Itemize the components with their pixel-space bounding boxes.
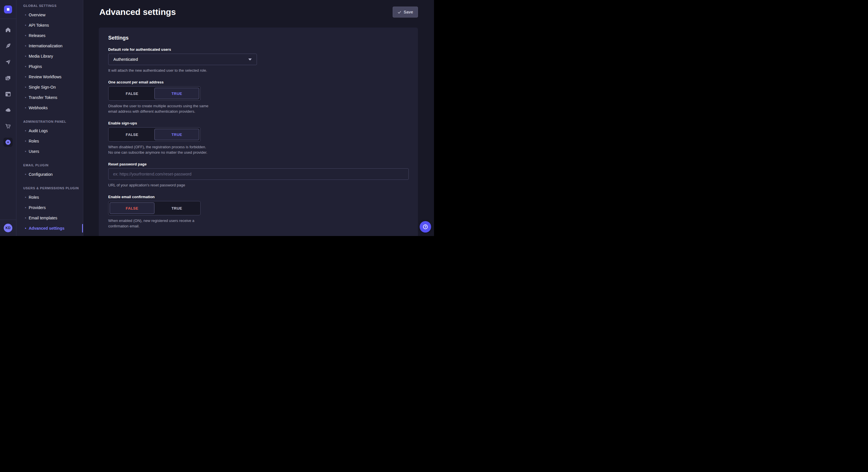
redirection-url-label: Redirection url (108, 236, 409, 236)
settings-sidebar: GLOBAL SETTINGS Overview API Tokens Rele… (17, 0, 83, 236)
one-account-toggle: FALSE TRUE (108, 86, 200, 101)
enable-signups-toggle: FALSE TRUE (108, 127, 200, 142)
content-type-builder-button[interactable] (3, 90, 12, 99)
bullet-icon (25, 14, 26, 15)
user-avatar[interactable]: KD (4, 224, 12, 232)
save-button-label: Save (404, 10, 413, 14)
field-reset-password: Reset password page URL of your applicat… (108, 162, 409, 188)
sidebar-item-api-tokens[interactable]: API Tokens (17, 20, 83, 30)
email-confirmation-false-option[interactable]: FALSE (110, 202, 154, 214)
cloud-button[interactable] (3, 105, 12, 115)
sidebar-item-label: Review Workflows (29, 74, 61, 79)
enable-signups-label: Enable sign-ups (108, 121, 409, 125)
default-role-label: Default role for authenticated users (108, 47, 409, 52)
sidebar-item-up-roles[interactable]: Roles (17, 192, 83, 202)
deploy-button[interactable] (3, 57, 12, 67)
chevron-down-icon (248, 59, 252, 61)
sidebar-item-label: Internationalization (29, 43, 63, 48)
sidebar-item-email-templates[interactable]: Email templates (17, 213, 83, 223)
sidebar-item-review-workflows[interactable]: Review Workflows (17, 72, 83, 82)
sidebar-item-transfer-tokens[interactable]: Transfer Tokens (17, 92, 83, 103)
media-library-icon (5, 75, 11, 81)
field-one-account: One account per email address FALSE TRUE… (108, 80, 409, 114)
one-account-true-option[interactable]: TRUE (154, 88, 199, 99)
sidebar-item-label: Plugins (29, 64, 42, 69)
nav-section-global-settings: GLOBAL SETTINGS Overview API Tokens Rele… (17, 4, 83, 113)
sidebar-item-admin-roles[interactable]: Roles (17, 136, 83, 146)
sidebar-item-single-sign-on[interactable]: Single Sign-On (17, 82, 83, 92)
sidebar-item-internationalization[interactable]: Internationalization (17, 41, 83, 51)
bullet-icon (25, 25, 26, 26)
default-role-hint: It will attach the new authenticated use… (108, 68, 409, 73)
page-title: Advanced settings (99, 6, 176, 18)
bullet-icon (25, 76, 26, 77)
default-role-value: Authenticated (113, 57, 138, 62)
sidebar-item-label: Roles (29, 195, 39, 200)
settings-button[interactable] (3, 138, 12, 147)
sidebar-item-providers[interactable]: Providers (17, 202, 83, 213)
enable-signups-true-option[interactable]: TRUE (154, 129, 199, 140)
field-enable-signups: Enable sign-ups FALSE TRUE When disabled… (108, 121, 409, 155)
check-icon (398, 10, 401, 14)
media-library-button[interactable] (3, 73, 12, 82)
default-role-select[interactable]: Authenticated (108, 54, 257, 65)
one-account-label: One account per email address (108, 80, 409, 84)
bullet-icon (25, 217, 26, 218)
rail-bottom: KD (0, 220, 16, 236)
nav-section-email-plugin: EMAIL PLUGIN Configuration (17, 164, 83, 179)
sidebar-item-overview[interactable]: Overview (17, 10, 83, 20)
cloud-icon (5, 107, 11, 113)
help-button[interactable]: ? (420, 221, 431, 233)
bullet-icon (25, 87, 26, 88)
bullet-icon (25, 197, 26, 198)
enable-signups-false-option[interactable]: FALSE (110, 129, 154, 140)
section-heading: GLOBAL SETTINGS (17, 4, 83, 7)
content-manager-button[interactable] (3, 41, 12, 50)
sidebar-item-label: Roles (29, 139, 39, 143)
email-confirmation-true-option[interactable]: TRUE (154, 202, 199, 214)
sidebar-item-media-library[interactable]: Media Library (17, 51, 83, 61)
bullet-icon (25, 35, 26, 36)
sidebar-item-label: Webhooks (29, 105, 48, 110)
feather-icon (5, 43, 11, 49)
sidebar-item-webhooks[interactable]: Webhooks (17, 103, 83, 113)
bullet-icon (25, 97, 26, 98)
marketplace-button[interactable] (3, 122, 12, 131)
sidebar-item-advanced-settings[interactable]: Advanced settings (17, 223, 83, 233)
strapi-logo[interactable] (4, 5, 12, 13)
field-redirection-url: Redirection url (108, 236, 409, 236)
sidebar-item-label: Users (29, 149, 39, 154)
nav-section-users-permissions-plugin: USERS & PERMISSIONS PLUGIN Roles Provide… (17, 187, 83, 233)
section-heading: EMAIL PLUGIN (17, 164, 83, 167)
sidebar-item-plugins[interactable]: Plugins (17, 61, 83, 72)
bullet-icon (25, 66, 26, 67)
bullet-icon (25, 107, 26, 108)
sidebar-item-releases[interactable]: Releases (17, 30, 83, 41)
sidebar-item-label: Advanced settings (29, 226, 64, 231)
one-account-false-option[interactable]: FALSE (110, 88, 154, 99)
sidebar-item-audit-logs[interactable]: Audit Logs (17, 126, 83, 136)
svg-text:?: ? (425, 225, 427, 229)
sidebar-item-label: Providers (29, 205, 45, 210)
reset-password-input[interactable] (108, 168, 409, 180)
bullet-icon (25, 207, 26, 208)
sidebar-item-label: Transfer Tokens (29, 95, 57, 100)
rail-icon-list (0, 19, 16, 220)
page-header: Advanced settings Save (83, 0, 434, 18)
main-content: Advanced settings Save Settings Default … (83, 0, 434, 236)
email-confirmation-hint: When enabled (ON), new registered users … (108, 218, 209, 229)
sidebar-item-label: Media Library (29, 54, 53, 59)
bullet-icon (25, 130, 26, 131)
settings-gear-icon (5, 139, 11, 145)
section-heading: ADMINISTRATION PANEL (17, 120, 83, 123)
bullet-icon (25, 174, 26, 175)
home-button[interactable] (3, 25, 12, 34)
sidebar-item-admin-users[interactable]: Users (17, 146, 83, 157)
save-button[interactable]: Save (393, 7, 418, 18)
layout-icon (5, 91, 11, 97)
sidebar-item-label: Single Sign-On (29, 85, 56, 90)
sidebar-item-email-configuration[interactable]: Configuration (17, 169, 83, 179)
reset-password-label: Reset password page (108, 162, 409, 166)
bullet-icon (25, 228, 26, 229)
cart-icon (5, 123, 11, 129)
